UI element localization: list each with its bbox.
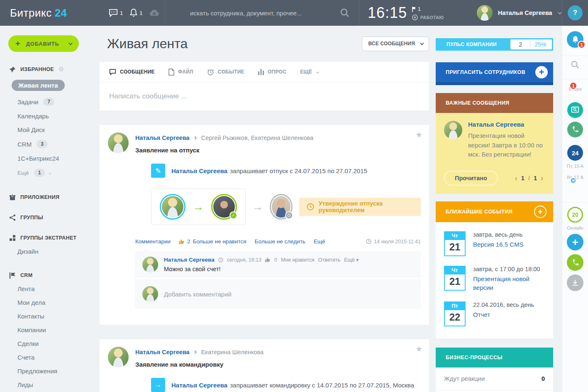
bitrix24-chat-bot[interactable]: 24 xyxy=(567,145,583,161)
sidebar-item-my-activities[interactable]: Мои дела xyxy=(0,296,100,309)
add-event-button[interactable]: + xyxy=(534,206,547,218)
check-badge-icon: ✓ xyxy=(229,211,237,219)
post-more-link[interactable]: Ещё xyxy=(314,238,328,245)
flag-counter[interactable]: 1 xyxy=(412,6,444,12)
bar-chart-icon xyxy=(258,69,264,75)
sidebar-item-live-feed[interactable]: Живая лента xyxy=(0,76,100,94)
online-users-button[interactable]: 20 xyxy=(567,207,583,223)
unfollow-link[interactable]: Больше не следить xyxy=(255,238,305,245)
user-avatar[interactable] xyxy=(477,5,493,21)
feed-filter-button[interactable]: ВСЕ СООБЩЕНИЯ xyxy=(362,37,429,51)
event-link[interactable]: Версия 16.5 CMS xyxy=(473,240,524,249)
sidebar-item-more[interactable]: Ещё1 xyxy=(0,165,100,180)
work-status-toggle[interactable]: РАБОТАЮ xyxy=(412,15,444,20)
sidebar-item-quotes[interactable]: Предложения xyxy=(0,364,100,378)
add-comment-input[interactable] xyxy=(164,291,413,298)
comment-author-avatar[interactable] xyxy=(142,257,158,272)
sidebar-item-leads[interactable]: Лиды xyxy=(0,378,100,392)
section-apps[interactable]: ПРИЛОЖЕНИЯ xyxy=(0,194,100,201)
more-badge: 1 xyxy=(34,169,45,177)
important-author-link[interactable]: Наталья Сергеева xyxy=(468,121,524,128)
request-text: запрашивает командировку с 14.07.2015 по… xyxy=(230,382,414,389)
cloud-disk-icon[interactable] xyxy=(149,9,159,17)
comment-author-link[interactable]: Наталья Сергеева xyxy=(164,257,215,263)
post-recipients: Екатерина Шеленкова xyxy=(201,349,264,355)
chevron-down-icon xyxy=(316,70,319,73)
request-author-link[interactable]: Наталья Сергеева xyxy=(171,382,227,389)
post-author-link[interactable]: Наталья Сергеева xyxy=(135,349,190,355)
star-icon[interactable]: ★ xyxy=(415,130,422,140)
comment-reply-link[interactable]: Ответить xyxy=(318,257,340,263)
unlike-link[interactable]: 2 Больше не нравится xyxy=(179,238,246,245)
process-row-my[interactable]: Мои процессы 6 xyxy=(436,390,553,392)
process-row-awaiting[interactable]: Ждут реакции 0 xyxy=(436,368,553,390)
new-message-input[interactable] xyxy=(109,92,420,100)
online-label: Онлайн xyxy=(567,225,583,230)
company-pulse-widget[interactable]: ПУЛЬС КОМПАНИИ 2 25% xyxy=(436,38,553,51)
chevron-down-icon xyxy=(68,41,73,45)
section-favorites[interactable]: ИЗБРАННОЕ ⚙ xyxy=(0,66,100,73)
help-button[interactable]: ? xyxy=(568,5,583,20)
invite-employees-button[interactable]: ПРИГЛАСИТЬ СОТРУДНИКОВ + xyxy=(436,62,553,85)
section-crm[interactable]: CRM xyxy=(0,272,100,279)
page-title: Живая лента xyxy=(107,36,188,51)
sidebar-item-deals[interactable]: Сделки xyxy=(0,337,100,350)
sidebar-item-crm-feed[interactable]: Лента xyxy=(0,282,100,296)
bell-icon[interactable] xyxy=(130,9,137,17)
sidebar-item-crm[interactable]: CRM3 xyxy=(0,137,100,152)
global-search-input[interactable] xyxy=(190,10,340,17)
rail-search-button[interactable] xyxy=(571,60,580,71)
user-menu[interactable]: Наталья Сергеева xyxy=(468,0,562,26)
screen-search-icon xyxy=(571,106,579,114)
add-button[interactable]: + ДОБАВИТЬ xyxy=(8,35,79,52)
tab-event[interactable]: СОБЫТИЕ xyxy=(207,69,244,76)
event-item: Пт 22 22.04.2016, весь день Отчет xyxy=(444,301,545,326)
sidebar-item-design[interactable]: Дизайн xyxy=(0,245,100,258)
star-icon[interactable]: ★ xyxy=(415,344,422,354)
mark-read-button[interactable]: Прочитано xyxy=(444,171,498,186)
section-groups[interactable]: ГРУППЫ xyxy=(0,214,100,221)
sidebar-item-my-disk[interactable]: Мой Диск xyxy=(0,123,100,137)
screen-share-button[interactable] xyxy=(567,102,583,118)
pager-next-icon[interactable]: › xyxy=(541,174,543,182)
pager-prev-icon[interactable]: ‹ xyxy=(515,174,517,182)
comment-like-link[interactable]: Мне нравится xyxy=(281,257,315,263)
tab-more[interactable]: ЕЩЁ xyxy=(300,69,319,75)
chevron-down-icon xyxy=(49,171,51,174)
post-author-avatar[interactable] xyxy=(108,347,129,368)
request-author-link[interactable]: Наталья Сергеева xyxy=(171,167,227,174)
add-chat-button[interactable]: + xyxy=(567,234,583,250)
important-author-avatar[interactable] xyxy=(444,121,462,139)
comment-more-link[interactable]: Ещё ▾ xyxy=(344,257,359,263)
workflow-pending-avatar xyxy=(270,194,293,220)
app-logo[interactable]: Битрикс 24 xyxy=(0,0,100,26)
post-author-link[interactable]: Наталья Сергеева xyxy=(135,135,190,141)
event-link[interactable]: Отчет xyxy=(473,310,490,319)
comments-link[interactable]: Комментарии xyxy=(135,238,171,245)
post-author-avatar[interactable] xyxy=(108,132,129,153)
sidebar-item-invoices[interactable]: Счета xyxy=(0,350,100,364)
event-link[interactable]: Презентация новой версии xyxy=(473,274,545,292)
post-date: 14 июля 2015 11:41 xyxy=(366,239,421,245)
pin-icon xyxy=(9,66,16,73)
chat-icon[interactable] xyxy=(109,9,118,17)
search-icon[interactable] xyxy=(340,8,350,18)
sidebar-item-companies[interactable]: Компании xyxy=(0,323,100,337)
tab-message[interactable]: СООБЩЕНИЕ xyxy=(109,69,155,75)
call-history-button[interactable] xyxy=(567,122,583,137)
call-button[interactable] xyxy=(567,254,583,271)
worktime-block: 16:15 1 РАБОТАЮ xyxy=(359,0,468,26)
right-widgets-column: ПУЛЬС КОМПАНИИ 2 25% ПРИГЛАСИТЬ СОТРУДНИ… xyxy=(436,38,553,392)
tab-file[interactable]: ФАЙЛ xyxy=(168,69,193,76)
sidebar-item-calendar[interactable]: Календарь xyxy=(0,109,100,123)
tab-poll[interactable]: ОПРОС xyxy=(258,69,286,75)
sidebar-item-tasks[interactable]: Задачи7 xyxy=(0,94,100,109)
section-extranet-groups[interactable]: ГРУППЫ ЭКСТРАНЕТ xyxy=(0,235,100,241)
thumb-up-icon xyxy=(179,239,185,245)
download-app-button[interactable] xyxy=(567,274,583,291)
gear-icon[interactable]: ⚙ xyxy=(59,66,64,73)
sidebar-item-contacts[interactable]: Контакты xyxy=(0,309,100,323)
notifications-bell-button[interactable]: 1 xyxy=(567,31,583,48)
rail-date-label: Пт, 15 А xyxy=(567,164,583,169)
sidebar-item-1c-bitrix24[interactable]: 1С+Битрикс24 xyxy=(0,152,100,165)
